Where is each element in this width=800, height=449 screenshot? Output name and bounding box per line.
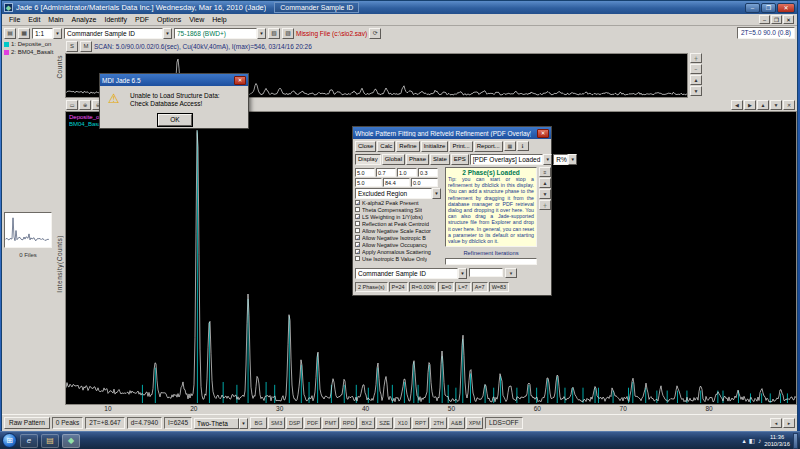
sticks-button[interactable]: ▨ (282, 28, 294, 39)
limit-input[interactable]: 84.4 (383, 178, 410, 187)
checkbox-icon[interactable]: ✓ (355, 235, 360, 240)
toggle-sm3[interactable]: SM3 (268, 417, 285, 429)
dropdown-icon[interactable]: ▼ (239, 418, 248, 429)
list-view-button[interactable]: ≡ (539, 167, 551, 177)
pattern-mode-button[interactable]: Raw Pattern (4, 417, 50, 429)
dropdown-icon[interactable]: ▼ (458, 268, 467, 279)
r-factor-field[interactable] (469, 268, 503, 277)
rietveld-dialog-title-bar[interactable]: Whole Pattern Fitting and Rietveld Refin… (353, 127, 551, 139)
range-input[interactable]: 1.0 (397, 168, 417, 177)
dropdown-icon[interactable]: ▼ (53, 28, 62, 39)
menu-pdf[interactable]: PDF (131, 16, 153, 23)
move-down-button[interactable]: ▼ (539, 189, 551, 199)
checkbox-icon[interactable]: ✓ (355, 214, 360, 219)
rietveld-dialog-close-icon[interactable]: ✕ (537, 129, 549, 138)
spin-button[interactable]: ▾ (505, 268, 517, 278)
menu-analyze[interactable]: Analyze (68, 16, 101, 23)
volume-icon[interactable]: ♪ (758, 437, 761, 444)
error-dialog-title-bar[interactable]: MDI Jade 6.5 ✕ (100, 74, 248, 86)
error-dialog-close-icon[interactable]: ✕ (234, 76, 246, 85)
status-right-button[interactable]: ▸ (783, 418, 795, 428)
child-minimize-button[interactable]: – (759, 15, 770, 24)
checkbox-icon[interactable]: ✓ (355, 249, 360, 254)
clock[interactable]: 11:36 2010/3/16 (764, 434, 790, 447)
checkbox-icon[interactable] (355, 256, 360, 261)
limit-input[interactable]: 0.0 (411, 178, 438, 187)
range-input[interactable]: 0.3 (418, 168, 438, 177)
scan-toggle-m[interactable]: M (80, 41, 92, 52)
menu-file[interactable]: File (5, 16, 24, 23)
dropdown-icon[interactable]: ▼ (432, 188, 441, 199)
next-view-button[interactable]: ▶ (744, 100, 756, 110)
range-input[interactable]: 0.7 (376, 168, 396, 177)
child-close-button[interactable]: ✕ (783, 15, 794, 24)
limit-input[interactable]: 5.0 (355, 178, 382, 187)
add-phase-button[interactable]: ＋ (539, 200, 551, 210)
toggle-xpm[interactable]: XPM (466, 417, 483, 429)
menu-options[interactable]: Options (153, 16, 185, 23)
checkbox-icon[interactable] (355, 207, 360, 212)
file-list-item[interactable]: 1: Deposite_on (2, 40, 64, 48)
start-button[interactable]: ⊞ (2, 433, 17, 448)
menu-view[interactable]: View (185, 16, 208, 23)
toggle-rpd[interactable]: RPD (340, 417, 357, 429)
status-left-button[interactable]: ◂ (770, 418, 782, 428)
option-row[interactable]: ✓Allow Negative Occupancy (355, 241, 443, 248)
toggle-ab[interactable]: A&B (448, 417, 465, 429)
calc-button[interactable]: Calc (377, 141, 395, 152)
minimize-button[interactable]: – (745, 3, 760, 13)
option-row[interactable]: Reflection at Peak Centroid (355, 220, 443, 227)
pan-up-button[interactable]: ▲ (690, 75, 702, 85)
toggle-pmt[interactable]: PMT (322, 417, 339, 429)
dropdown-icon[interactable]: ▼ (163, 28, 172, 39)
menu-main[interactable]: Main (44, 16, 67, 23)
info-button[interactable]: ℹ (517, 141, 529, 151)
phase-display-panel[interactable]: 2 Phase(s) Loaded Tip: you can start or … (445, 167, 537, 247)
zoom-box-button[interactable]: ⊕ (79, 100, 91, 110)
zoom-out-button[interactable]: − (690, 64, 702, 74)
menu-edit[interactable]: Edit (24, 16, 44, 23)
network-icon[interactable]: ◧ (749, 437, 755, 445)
option-row[interactable]: ✓K-alpha2 Peak Present (355, 199, 443, 206)
restore-button[interactable]: ❐ (761, 3, 776, 13)
pan-down-button[interactable]: ▼ (690, 86, 702, 96)
tab-phase[interactable]: Phase (406, 154, 429, 165)
r-factor-select[interactable]: R%▼ (553, 154, 577, 165)
tab-slate[interactable]: Slate (430, 154, 450, 165)
overlay-button[interactable]: ▧ (268, 28, 280, 39)
range-input[interactable]: 5.0 (355, 168, 375, 177)
show-desktop-button[interactable] (793, 433, 798, 449)
menu-identify[interactable]: Identify (100, 16, 131, 23)
option-row[interactable]: Use Isotropic B Value Only (355, 255, 443, 262)
expand-button[interactable]: ▲ (757, 100, 769, 110)
grid-view-button[interactable]: ▦ (504, 141, 516, 151)
initialize-button[interactable]: Initialize (421, 141, 449, 152)
checkbox-icon[interactable]: ✓ (355, 242, 360, 247)
report-button[interactable]: Report... (474, 141, 503, 152)
tab-display[interactable]: Display (355, 154, 381, 165)
menu-help[interactable]: Help (208, 16, 230, 23)
toggle-bg[interactable]: BG (250, 417, 267, 429)
toggle-sze[interactable]: SZE (376, 417, 393, 429)
option-row[interactable]: Theta Compensating Slit (355, 206, 443, 213)
tray-chevron-icon[interactable]: ▴ (743, 437, 746, 445)
rietveld-sample-select[interactable]: Commander Sample ID ▼ (355, 268, 467, 279)
print-button[interactable]: Print... (449, 141, 472, 152)
close-button[interactable]: ✕ (777, 3, 795, 13)
rietveld-dialog[interactable]: Whole Pattern Fitting and Rietveld Refin… (352, 126, 552, 296)
pattern-thumbnail[interactable] (4, 212, 52, 248)
toggle-rpt[interactable]: RPT (412, 417, 429, 429)
browser-icon[interactable]: e (20, 434, 38, 448)
scan-toggle-s[interactable]: S (66, 41, 78, 52)
checkbox-icon[interactable] (355, 221, 360, 226)
dropdown-icon[interactable]: ▼ (257, 28, 266, 39)
option-row[interactable]: Allow Negative Scale Factor (355, 227, 443, 234)
tab-global[interactable]: Global (382, 154, 405, 165)
option-row[interactable]: ✓LS Weighting in 1/Y(obs) (355, 213, 443, 220)
toggle-pdf[interactable]: PDF (304, 417, 321, 429)
pdf-overlay-select[interactable]: [PDF Overlays] Loaded▼ (470, 154, 553, 165)
close-button[interactable]: Close (355, 141, 376, 152)
move-up-button[interactable]: ▲ (539, 178, 551, 188)
title-bar[interactable]: ◆ Jade 6 [Administrator/Materials Data I… (2, 1, 797, 14)
pdf-card-select[interactable]: 75-1868 (BWD+) ▼ (174, 28, 266, 39)
